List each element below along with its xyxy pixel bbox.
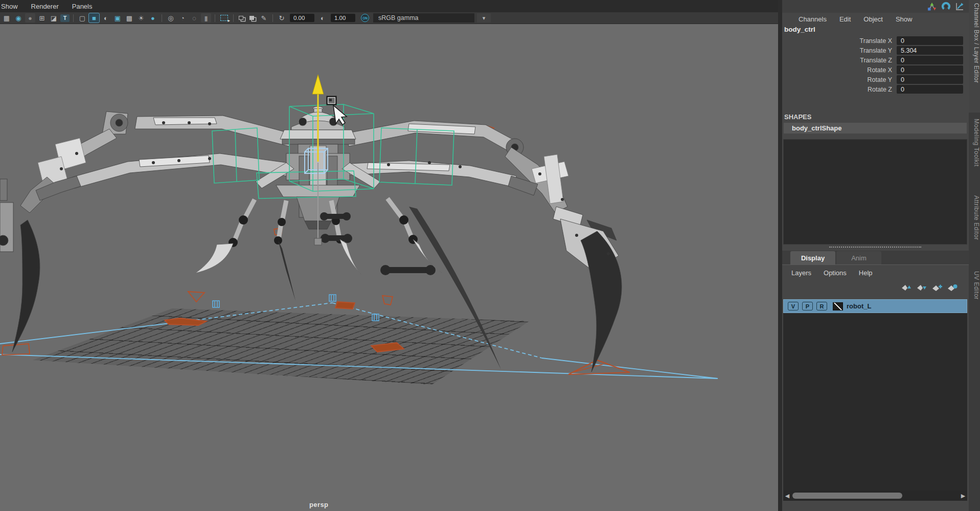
viewport-canvas[interactable] [0, 0, 778, 511]
layer-editor-tabbar: Display Anim [782, 251, 969, 265]
viewport-panel-menubar: Show Renderer Panels [0, 0, 778, 12]
channel-row: Translate Z 0 [782, 55, 969, 65]
panel-divider[interactable] [778, 0, 782, 511]
tab-modeling-toolkit[interactable]: Modeling Toolkit [969, 113, 980, 189]
channel-row: Translate Y 5.304 [782, 46, 969, 55]
gamma-field[interactable]: 1.00 [331, 14, 355, 22]
menu-object[interactable]: Object [863, 15, 883, 23]
menu-options[interactable]: Options [824, 269, 847, 277]
wireframe-mode-icon[interactable]: ▢ [77, 13, 87, 23]
toolbar-separator [272, 14, 273, 22]
channel-box-menubar: Channels Edit Object Show [782, 13, 969, 25]
image-plane-icon[interactable]: ◪ [49, 13, 59, 23]
layer-visibility-toggle[interactable]: V [788, 302, 799, 310]
new-layer-from-selected-icon[interactable] [947, 284, 958, 292]
shadows-icon[interactable]: ● [148, 13, 158, 23]
layer-name: robot_L [847, 302, 871, 310]
perspective-viewport[interactable]: Show Renderer Panels ▦ ◉ ● ⊞ ◪ T ▢ ■ ◐ ▣… [0, 0, 778, 511]
layer-row-robot-l[interactable]: V P R robot_L [783, 299, 967, 313]
new-empty-layer-icon[interactable] [932, 284, 942, 292]
layer-list-empty-area[interactable] [783, 313, 967, 491]
channel-label[interactable]: Rotate X [782, 66, 897, 74]
depth-peeling-icon[interactable]: ▮ [201, 13, 211, 23]
tab-uv-editor[interactable]: UV Editor [969, 265, 980, 321]
layer-editor-toolbar [782, 280, 969, 295]
menu-show[interactable]: Show [896, 15, 913, 23]
default-lighting-icon[interactable]: ☀ [136, 13, 146, 23]
textured-mode-icon[interactable]: ▣ [112, 13, 123, 23]
anti-alias-icon[interactable]: ◌ [189, 13, 199, 23]
channel-list: Translate X 0 Translate Y 5.304 Translat… [782, 36, 969, 94]
menu-edit[interactable]: Edit [839, 15, 851, 23]
menu-panels[interactable]: Panels [72, 3, 93, 10]
channel-box-layer-editor-panel: Channels Edit Object Show body_ctrl Tran… [782, 0, 969, 511]
wireframe-on-shaded-icon[interactable]: ◐ [101, 13, 111, 23]
tab-display[interactable]: Display [790, 251, 835, 264]
toolbar-separator [73, 14, 74, 22]
isolate-select-icon[interactable]: ▸ [220, 15, 228, 21]
menu-layers[interactable]: Layers [791, 269, 811, 277]
channel-label[interactable]: Translate X [782, 37, 897, 45]
tab-anim[interactable]: Anim [836, 251, 881, 264]
menu-renderer[interactable]: Renderer [31, 3, 59, 10]
viewport-panel-toolbar: ▦ ◉ ● ⊞ ◪ T ▢ ■ ◐ ▣ ▩ ☀ ● ◎ ◔ ◌ ▮ ▸ ✎ [0, 12, 778, 24]
layer-editor-menubar: Layers Options Help [782, 266, 969, 279]
channel-value-field[interactable]: 0 [897, 36, 963, 45]
menu-channels[interactable]: Channels [799, 15, 827, 23]
selected-node-name[interactable]: body_ctrl [784, 26, 815, 33]
shaded-mode-icon[interactable]: ■ [89, 13, 99, 23]
channel-row: Translate X 0 [782, 36, 969, 46]
channel-value-field[interactable]: 0 [897, 65, 963, 74]
color-management-toggle[interactable]: ON [361, 14, 369, 22]
toolbar-separator [215, 14, 215, 22]
channel-value-field[interactable]: 0 [897, 56, 963, 64]
channel-label[interactable]: Rotate Y [782, 76, 897, 83]
scroll-left-icon[interactable]: ◀ [783, 493, 791, 499]
graph-editor-icon[interactable] [955, 2, 965, 11]
shapes-header: SHAPES [784, 113, 811, 121]
channel-label[interactable]: Translate Z [782, 57, 897, 64]
use-all-lights-icon[interactable]: ▩ [124, 13, 134, 23]
move-layer-down-icon[interactable] [917, 284, 927, 292]
tab-attribute-editor[interactable]: Attribute Editor [969, 189, 980, 265]
isolate-view-icon[interactable] [239, 16, 243, 20]
shape-node-row[interactable]: body_ctrlShape [784, 123, 967, 134]
menu-show[interactable]: Show [1, 3, 18, 10]
edit-isolate-icon[interactable]: ✎ [259, 13, 269, 23]
channel-label[interactable]: Rotate Z [782, 86, 897, 93]
sidebar-tab-strip: Channel Box / Layer Editor Modeling Tool… [969, 0, 980, 511]
texture-view-icon[interactable]: T [60, 14, 70, 22]
channel-row: Rotate Z 0 [782, 84, 969, 94]
colorspace-dropdown-arrow[interactable]: ▾ [477, 13, 491, 23]
exposure-field[interactable]: 0.00 [290, 14, 314, 22]
layer-reference-toggle[interactable]: R [816, 302, 827, 310]
field-chart-icon[interactable]: ⊞ [37, 13, 47, 23]
motion-blur-icon[interactable]: ◔ [177, 13, 188, 23]
exposure-reset-icon[interactable]: ↻ [277, 13, 287, 23]
layer-color-swatch[interactable] [833, 302, 843, 310]
tab-channel-box-layer-editor[interactable]: Channel Box / Layer Editor [969, 0, 980, 113]
horizontal-scrollbar[interactable]: ◀ ▶ [783, 491, 967, 501]
pane-resize-handle[interactable] [829, 247, 921, 248]
character-set-icon[interactable] [927, 2, 937, 11]
channel-value-field[interactable]: 0 [897, 85, 963, 94]
render-region-icon[interactable]: ◉ [13, 13, 24, 23]
anim-snapshot-icon[interactable] [941, 2, 951, 11]
layer-playback-toggle[interactable]: P [802, 302, 813, 310]
channel-value-field[interactable]: 0 [897, 75, 963, 84]
move-layer-up-icon[interactable] [901, 284, 911, 292]
film-gate-icon[interactable]: ▦ [2, 13, 12, 23]
channel-label[interactable]: Translate Y [782, 47, 897, 54]
colorspace-dropdown[interactable]: sRGB gamma [373, 13, 474, 23]
gamma-contrast-icon[interactable]: ◐ [317, 13, 328, 23]
snapshot-region-icon[interactable]: ● [25, 13, 35, 23]
scrollbar-thumb[interactable] [792, 493, 902, 499]
scroll-right-icon[interactable]: ▶ [959, 493, 967, 499]
isolate-add-icon[interactable] [249, 16, 254, 20]
toggle-label: ON [362, 16, 368, 20]
toolbar-separator [233, 14, 234, 22]
chevron-down-icon: ▾ [483, 15, 486, 21]
menu-help[interactable]: Help [859, 269, 873, 277]
channel-value-field[interactable]: 5.304 [897, 46, 963, 55]
occlusion-icon[interactable]: ◎ [166, 13, 176, 23]
